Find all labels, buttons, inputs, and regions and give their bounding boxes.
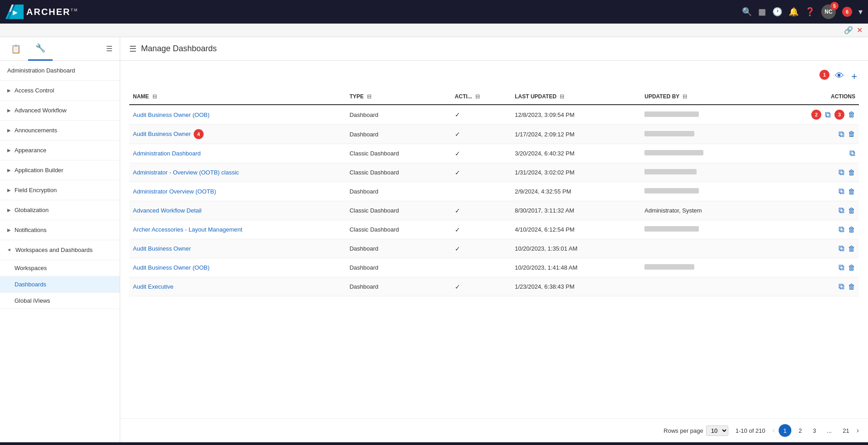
svg-text:▶: ▶	[13, 9, 18, 16]
copy-button-6[interactable]: ⧉	[839, 225, 844, 234]
delete-button-6[interactable]: 🗑	[848, 226, 855, 234]
page-21-button[interactable]: 21	[839, 426, 853, 436]
sidebar-subitem-workspaces[interactable]: Workspaces	[0, 260, 120, 276]
user-avatar-container: NC 5	[821, 5, 836, 19]
row-name-4[interactable]: Administrator Overview (OOTB)	[133, 188, 216, 195]
prev-page-button[interactable]: ‹	[773, 426, 775, 435]
sidebar-item-field-encryption[interactable]: ▶ Field Encryption	[0, 180, 120, 200]
search-icon[interactable]: 🔍	[742, 7, 752, 17]
tab-wrench[interactable]: 🔧	[28, 37, 53, 61]
filter-name-icon[interactable]: ⊟	[152, 93, 157, 100]
sidebar-subitem-global-iviews[interactable]: Global iViews	[0, 293, 120, 309]
sidebar-item-globalization[interactable]: ▶ Globalization	[0, 200, 120, 220]
copy-button-2[interactable]: ⧉	[849, 149, 855, 158]
row-name-3[interactable]: Administrator - Overview (OOTB) classic	[133, 169, 239, 176]
row-type-3: Classic Dashboard	[346, 163, 451, 182]
copy-button-9[interactable]: ⧉	[839, 282, 844, 291]
filter-type-icon[interactable]: ⊟	[367, 93, 371, 100]
dropdown-icon[interactable]: ▾	[858, 7, 863, 17]
action-icons-container: ⧉🗑	[767, 263, 855, 272]
delete-button-4[interactable]: 🗑	[848, 188, 855, 196]
sidebar-item-application-builder[interactable]: ▶ Application Builder	[0, 160, 120, 180]
badge-3[interactable]: 3	[834, 110, 844, 120]
user-avatar[interactable]: NC 5	[821, 5, 836, 19]
table-row: Audit Business Owner (OOB)Dashboard✓12/8…	[129, 105, 859, 125]
add-icon[interactable]: +	[849, 70, 859, 83]
row-updatedby-6	[641, 220, 764, 239]
delete-button-9[interactable]: 🗑	[848, 283, 855, 291]
badge-1[interactable]: 1	[819, 70, 829, 80]
help-icon[interactable]: ❓	[805, 7, 815, 17]
filter-active-icon[interactable]: ⊟	[475, 93, 480, 100]
row-updated-4: 2/9/2024, 4:32:55 PM	[511, 182, 641, 201]
row-name-7[interactable]: Audit Business Owner	[133, 245, 191, 252]
rows-per-page-select[interactable]: 10 25 50	[706, 426, 728, 436]
notification-badge-6[interactable]: 6	[842, 7, 852, 17]
row-updatedby-5: Administrator, System	[641, 201, 764, 220]
row-updatedby-3	[641, 163, 764, 182]
row-name-0[interactable]: Audit Business Owner (OOB)	[133, 111, 210, 118]
row-active-9: ✓	[451, 277, 511, 296]
delete-button-0[interactable]: 🗑	[848, 111, 855, 119]
page-1-button[interactable]: 1	[779, 424, 791, 437]
copy-button-0[interactable]: ⧉	[825, 110, 831, 120]
announcements-label: Announcements	[15, 127, 57, 134]
sidebar-item-administration-dashboard[interactable]: Administration Dashboard	[0, 61, 120, 81]
delete-button-8[interactable]: 🗑	[848, 264, 855, 272]
workspaces-label: Workspaces	[15, 265, 47, 271]
page-3-button[interactable]: 3	[809, 426, 819, 436]
page-2-button[interactable]: 2	[795, 426, 805, 436]
history-icon[interactable]: 🕐	[772, 7, 782, 17]
global-iviews-label: Global iViews	[15, 297, 50, 304]
sidebar: 📋 🔧 ☰ Administration Dashboard ▶ Access …	[0, 37, 120, 442]
delete-button-7[interactable]: 🗑	[848, 245, 855, 253]
badge1-container: 1	[819, 70, 829, 83]
row-updatedby-8	[641, 258, 764, 277]
badge-2[interactable]: 2	[811, 110, 821, 120]
delete-button-5[interactable]: 🗑	[848, 207, 855, 215]
row-name-6[interactable]: Archer Accessories - Layout Management	[133, 226, 242, 233]
copy-button-8[interactable]: ⧉	[839, 263, 844, 272]
col-type: TYPE ⊟	[346, 89, 451, 105]
delete-button-3[interactable]: 🗑	[848, 169, 855, 177]
archer-logo[interactable]: ▶ ARCHERTM	[5, 5, 78, 19]
copy-button-5[interactable]: ⧉	[839, 206, 844, 215]
advanced-workflow-label: Advanced Workflow	[15, 107, 67, 114]
sidebar-item-advanced-workflow[interactable]: ▶ Advanced Workflow	[0, 101, 120, 121]
row-name-8[interactable]: Audit Business Owner (OOB)	[133, 264, 210, 271]
badge-4[interactable]: 4	[194, 129, 204, 139]
row-updated-8: 10/20/2023, 1:41:48 AM	[511, 258, 641, 277]
copy-button-4[interactable]: ⧉	[839, 187, 844, 196]
sidebar-item-announcements[interactable]: ▶ Announcements	[0, 121, 120, 140]
copy-button-7[interactable]: ⧉	[839, 244, 844, 253]
filter-updated-icon[interactable]: ⊟	[560, 93, 564, 100]
copy-button-1[interactable]: ⧉	[839, 130, 844, 139]
next-page-button[interactable]: ›	[857, 426, 859, 435]
row-type-4: Dashboard	[346, 182, 451, 201]
row-name-5[interactable]: Advanced Workflow Detail	[133, 207, 202, 214]
row-name-1[interactable]: Audit Business Owner	[133, 131, 191, 137]
check-icon: ✓	[455, 169, 460, 176]
sidebar-item-appearance[interactable]: ▶ Appearance	[0, 140, 120, 160]
sidebar-item-workspaces-dashboards[interactable]: ▼ Workspaces and Dashboards	[0, 240, 120, 260]
hamburger-menu[interactable]: ☰	[102, 43, 116, 55]
sidebar-item-access-control[interactable]: ▶ Access Control	[0, 81, 120, 101]
sidebar-item-notifications[interactable]: ▶ Notifications	[0, 220, 120, 240]
bell-icon[interactable]: 🔔	[789, 7, 799, 17]
link-icon[interactable]: 🔗	[844, 26, 853, 34]
close-icon[interactable]: ✕	[857, 26, 863, 34]
row-name-2[interactable]: Administration Dashboard	[133, 150, 201, 157]
tab-book[interactable]: 📋	[4, 38, 28, 60]
filter-updatedby-icon[interactable]: ⊟	[683, 93, 687, 100]
row-name-9[interactable]: Audit Executive	[133, 283, 174, 290]
row-updatedby-0	[641, 105, 764, 125]
delete-button-1[interactable]: 🗑	[848, 130, 855, 138]
back-icon[interactable]: ☰	[129, 44, 137, 54]
row-actions-0: 2⧉3🗑	[764, 105, 859, 125]
check-icon: ✓	[455, 207, 460, 214]
chart-icon[interactable]: ▦	[758, 7, 766, 17]
sidebar-subitem-dashboards[interactable]: Dashboards	[0, 276, 120, 293]
view-toggle-icon[interactable]: 👁	[833, 70, 846, 83]
table-header: NAME ⊟ TYPE ⊟ ACTI... ⊟ LAST UPDATED	[129, 89, 859, 105]
copy-button-3[interactable]: ⧉	[839, 168, 844, 177]
